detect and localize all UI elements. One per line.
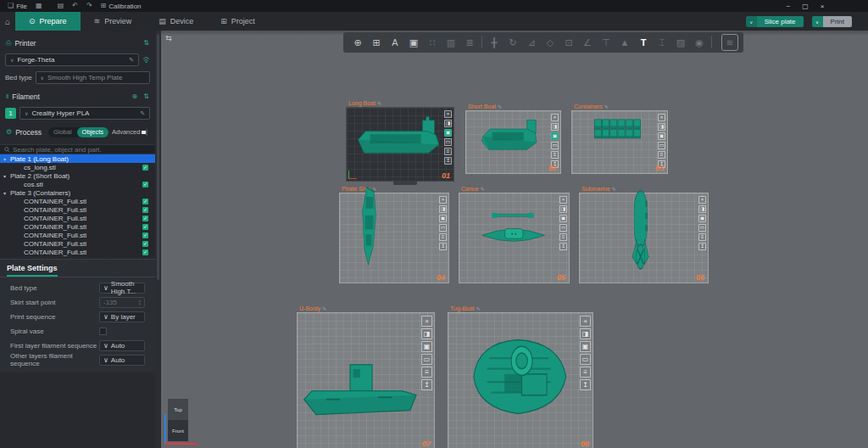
plate-thumbnail-icon[interactable]: ▣ <box>559 215 567 222</box>
copy-icon[interactable]: ⊡ <box>559 35 578 50</box>
split-to-parts-icon[interactable]: ≣ <box>460 35 479 50</box>
viewport-3d[interactable]: ⇆ ⊕⊞A▣∷▥≣╋↻⊿◇⊡∠⊤▲T⌶▨◉≋ Long Boat✎ ×◨▣▭≡↥… <box>161 31 868 448</box>
object-visible-checkbox[interactable]: ✓ <box>142 232 148 238</box>
collapse-sidebar-icon[interactable]: ⇆ <box>163 32 175 44</box>
clone-icon[interactable]: ∷ <box>423 35 442 50</box>
mesh-boolean-icon[interactable]: ◉ <box>690 35 709 50</box>
move-plate-front-icon[interactable]: ↥ <box>698 243 706 250</box>
setting-spinner[interactable]: -135▴▾ <box>99 297 145 308</box>
setting-select[interactable]: ∨By layer <box>99 311 145 322</box>
setting-checkbox[interactable] <box>99 328 107 335</box>
delete-plate-icon[interactable]: × <box>444 110 452 118</box>
tree-object-row[interactable]: CONTAINER_Full.stl✓ <box>0 231 155 239</box>
auto-orient-plate-icon[interactable]: ◨ <box>421 328 432 339</box>
build-plate-06[interactable]: Submarine✎ ×◨▣▭≡↥06 <box>579 193 709 283</box>
delete-plate-icon[interactable]: × <box>551 114 559 121</box>
model-canoe[interactable] <box>477 206 549 253</box>
cube-face-front[interactable]: Front <box>168 420 188 441</box>
tree-object-row[interactable]: cs_long.stl✓ <box>0 163 155 171</box>
setting-select[interactable]: ∨Smooth High T... <box>99 283 145 294</box>
minimize-button[interactable]: − <box>783 3 793 10</box>
plate-name-edit-icon[interactable]: ✎ <box>481 186 485 192</box>
delete-plate-icon[interactable]: × <box>559 196 567 204</box>
scale-icon[interactable]: ⊿ <box>522 35 541 50</box>
printer-tune-icon[interactable]: ⇅ <box>143 39 149 47</box>
object-visible-checkbox[interactable]: ✓ <box>142 165 148 171</box>
plate-settings-icon[interactable]: ≡ <box>559 233 567 241</box>
file-menu[interactable]: ❏ File <box>3 0 31 12</box>
lock-plate-icon[interactable]: ▭ <box>439 224 447 232</box>
auto-orient-plate-icon[interactable]: ◨ <box>658 123 665 131</box>
plate-name-edit-icon[interactable]: ✎ <box>377 100 381 106</box>
lay-on-face-icon[interactable]: ◇ <box>541 35 559 50</box>
auto-orient-plate-icon[interactable]: ◨ <box>698 205 706 213</box>
slice-plate-button[interactable]: ∨ Slice plate <box>746 16 804 27</box>
add-plate-icon[interactable]: ⊞ <box>367 35 386 50</box>
plate-name-label[interactable]: Tug-Boat✎ <box>450 305 481 311</box>
tree-plate-row[interactable]: ▾Plate 1 (Long Boat) <box>0 154 155 163</box>
undo-button[interactable]: ↶ <box>68 0 82 12</box>
plate-thumbnail-icon[interactable]: ▣ <box>658 132 665 140</box>
scope-objects[interactable]: Objects <box>77 127 108 137</box>
text-icon[interactable]: T <box>634 35 653 50</box>
tree-object-row[interactable]: CONTAINER_Full.stl✓ <box>0 239 155 248</box>
printer-edit-icon[interactable]: ✎ <box>129 57 134 64</box>
move-plate-front-icon[interactable]: ↥ <box>439 243 447 250</box>
tree-caret-icon[interactable]: ▾ <box>3 156 10 162</box>
tab-prepare[interactable]: ⊙Prepare <box>15 12 81 31</box>
tree-plate-row[interactable]: ▾Plate 2 (Short Boat) <box>0 171 155 180</box>
plate-name-edit-icon[interactable]: ✎ <box>372 186 376 192</box>
tree-object-row[interactable]: CONTAINER_Full.stl✓ <box>0 222 155 231</box>
tree-caret-icon[interactable]: ▾ <box>3 173 10 179</box>
model-short-boat[interactable] <box>477 119 547 154</box>
tree-object-row[interactable]: CONTAINER_Full.stl✓ <box>0 205 155 214</box>
delete-plate-icon[interactable]: × <box>421 316 432 327</box>
variable-layer-height-icon[interactable]: ≋ <box>721 34 738 51</box>
tree-object-row[interactable]: cos.stl✓ <box>0 180 155 188</box>
plate-thumbnail-icon[interactable]: ▣ <box>444 129 452 137</box>
plate-thumbnail-icon[interactable]: ▣ <box>580 341 591 352</box>
measure-icon[interactable]: ⌶ <box>653 35 671 50</box>
search-input[interactable]: Search plate, object and part. <box>0 144 155 154</box>
tab-project[interactable]: ⊞Project <box>207 12 269 31</box>
paint-support-icon[interactable]: ⊤ <box>597 35 615 50</box>
auto-orient-plate-icon[interactable]: ◨ <box>439 205 447 213</box>
tree-object-row[interactable]: CONTAINER_Full.stl✓ <box>0 197 155 205</box>
model-submarine[interactable] <box>615 188 666 274</box>
plate-name-label[interactable]: Pirate Ship✎ <box>342 186 376 192</box>
model-tug-boat[interactable] <box>460 329 576 422</box>
model-pirate-ship[interactable] <box>347 185 397 267</box>
object-visible-checkbox[interactable]: ✓ <box>142 224 148 230</box>
delete-plate-icon[interactable]: × <box>698 196 706 204</box>
move-plate-front-icon[interactable]: ↥ <box>444 157 452 165</box>
plate-thumbnail-icon[interactable]: ▣ <box>698 215 706 222</box>
build-plate-05[interactable]: Canoe✎ ×◨▣▭≡↥05 <box>459 193 570 283</box>
orientation-cube[interactable]: Top Front x <box>168 399 188 441</box>
lock-plate-icon[interactable]: ▭ <box>551 142 559 149</box>
lock-plate-icon[interactable]: ▭ <box>421 354 432 365</box>
plate-settings-icon[interactable]: ≡ <box>439 233 447 241</box>
cube-face-top[interactable]: Top <box>168 399 188 420</box>
plate-name-label[interactable]: Containers✎ <box>574 104 609 109</box>
object-visible-checkbox[interactable]: ✓ <box>142 182 148 188</box>
build-plate-07[interactable]: U-Booty✎ ×◨▣▭≡↥07 <box>297 312 435 448</box>
lock-plate-icon[interactable]: ▭ <box>444 138 452 146</box>
object-visible-checkbox[interactable]: ✓ <box>142 249 148 255</box>
auto-orient-plate-icon[interactable]: ◨ <box>559 205 567 213</box>
tree-plate-row[interactable]: ▾Plate 3 (Containers) <box>0 188 155 197</box>
lock-plate-icon[interactable]: ▭ <box>580 354 591 365</box>
split-to-objects-icon[interactable]: ▥ <box>442 35 460 50</box>
filament-edit-icon[interactable]: ✎ <box>140 110 145 117</box>
tab-device[interactable]: ▤Device <box>145 12 207 31</box>
add-filament-icon[interactable]: ⊕ <box>132 92 138 100</box>
build-plate-01[interactable]: Long Boat✎ ×◨▣▭≡↥01 <box>346 107 454 182</box>
build-plate-04[interactable]: Pirate Ship✎ ×◨▣▭≡↥04 <box>339 193 449 283</box>
maximize-button[interactable]: ▢ <box>800 3 810 10</box>
cut-icon[interactable]: ∠ <box>578 35 597 50</box>
plate-settings-tab[interactable]: Plate Settings <box>0 260 155 277</box>
redo-button[interactable]: ↷ <box>82 0 97 12</box>
fuzzy-skin-icon[interactable]: ▨ <box>671 35 690 50</box>
plate-thumbnail-icon[interactable]: ▣ <box>439 215 447 222</box>
print-dropdown-caret-icon[interactable]: ∨ <box>812 16 823 27</box>
object-visible-checkbox[interactable]: ✓ <box>142 199 148 204</box>
